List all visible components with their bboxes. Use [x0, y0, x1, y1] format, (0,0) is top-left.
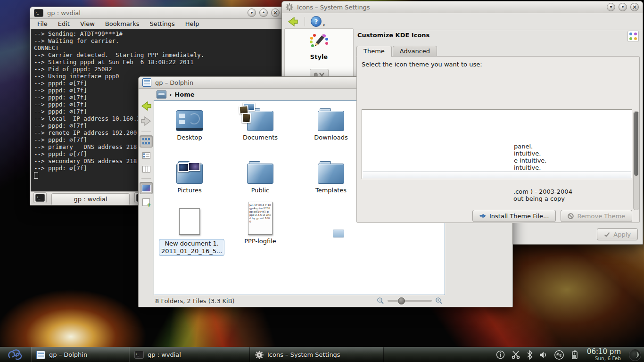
help-button[interactable] — [311, 16, 325, 27]
terminal-icon — [34, 9, 43, 17]
menu-help[interactable]: Help — [185, 20, 199, 27]
gear-icon — [255, 351, 264, 359]
settings-title: Icons – System Settings — [297, 4, 370, 11]
selected-theme-row[interactable] — [363, 171, 631, 178]
minimize-button[interactable] — [248, 8, 256, 17]
tab-advanced[interactable]: Advanced — [393, 46, 437, 57]
breadcrumb-home[interactable]: Home — [174, 91, 194, 98]
volume-icon[interactable] — [539, 351, 548, 359]
folder-item-desktop[interactable]: Desktop — [159, 105, 220, 141]
panel-cashew-icon[interactable] — [629, 349, 641, 361]
preview-toggle-button[interactable] — [140, 182, 153, 194]
menu-edit[interactable]: Edit — [58, 20, 70, 27]
columns-view-button[interactable] — [140, 164, 152, 175]
split-icon — [142, 198, 150, 206]
zoom-slider-handle[interactable] — [398, 297, 405, 304]
install-arrow-icon — [479, 213, 486, 219]
scrollbar[interactable] — [633, 111, 639, 210]
icons-view-button[interactable] — [140, 135, 153, 148]
toolbar-separator — [141, 178, 151, 179]
maximize-button[interactable] — [259, 8, 268, 17]
menu-settings[interactable]: Settings — [149, 20, 174, 27]
close-button[interactable] — [630, 3, 639, 11]
sidebar-item-style[interactable]: Style — [285, 29, 353, 60]
zoom-out-icon[interactable] — [377, 297, 384, 304]
terminal-title: gp : wvdial — [47, 9, 81, 16]
remove-icon — [568, 213, 574, 219]
dolphin-statusbar: 8 Folders, 2 Files (3.3 KiB) — [139, 295, 512, 306]
new-tab-button[interactable] — [33, 192, 47, 203]
remove-theme-button[interactable]: Remove Theme — [561, 210, 632, 222]
zoom-slider[interactable] — [388, 300, 432, 302]
home-folder-icon[interactable] — [157, 90, 166, 99]
menu-bookmarks[interactable]: Bookmarks — [105, 20, 140, 27]
clock-date: Sun, 6 Feb — [587, 356, 621, 361]
theme-description: .com ) - 2003-2004 out being a copy — [513, 189, 572, 202]
minimize-button[interactable] — [607, 3, 615, 11]
toolbar-separator — [305, 17, 305, 26]
forward-arrow-icon — [140, 115, 152, 127]
menu-view[interactable]: View — [80, 20, 95, 27]
columns-view-icon — [142, 166, 150, 173]
taskbar: gp – Dolphin gp : wvdial Icons – System … — [0, 347, 644, 362]
usb-device-icon[interactable] — [554, 350, 564, 360]
theme-tab-panel: Select the icon theme you want to use: p… — [356, 56, 640, 223]
close-button[interactable] — [271, 8, 280, 17]
file-item-ppp-logfile[interactable]: Jan 17 09:4 7:18 gp-Asp ire-5738 pp pd[1… — [230, 206, 291, 245]
folder-item-downloads[interactable]: Downloads — [300, 105, 362, 141]
theme-list-text: panel. intuitive. e intuitive. intuitive… — [514, 143, 546, 171]
terminal-tab[interactable]: gp : wvdial — [51, 193, 130, 205]
clipboard-scissors-icon[interactable] — [511, 350, 520, 359]
folder-item-public[interactable]: Public — [230, 157, 291, 194]
page-title: Customize KDE Icons — [357, 32, 640, 39]
scrollbar-thumb[interactable] — [634, 112, 638, 176]
application-launcher-button[interactable] — [0, 347, 31, 362]
task-button-dolphin[interactable]: gp – Dolphin — [31, 347, 129, 362]
icons-view-icon — [142, 138, 150, 145]
split-view-button[interactable] — [140, 197, 152, 208]
dolphin-side-toolbar — [139, 100, 154, 295]
back-button[interactable] — [140, 100, 152, 113]
terminal-titlebar[interactable]: gp : wvdial — [30, 7, 283, 19]
icon-theme-list[interactable]: panel. intuitive. e intuitive. intuitive… — [362, 109, 632, 179]
info-icon[interactable] — [496, 350, 505, 359]
toolbar-separator — [141, 132, 151, 132]
terminal-line: --> Carrier detected. Starting PPP immed… — [34, 51, 280, 58]
folder-item-templates[interactable]: Templates — [300, 157, 362, 194]
instruction-text: Select the icon theme you want to use: — [362, 61, 482, 68]
bluetooth-icon[interactable] — [527, 350, 533, 360]
terminal-line: --> Starting pppd at Sun Feb 6 18:08:22 … — [34, 58, 280, 66]
zoom-in-icon[interactable] — [435, 297, 443, 304]
breadcrumb-separator — [169, 91, 172, 98]
back-button[interactable] — [287, 16, 299, 27]
folder-item-documents[interactable]: Documents — [230, 105, 291, 141]
task-button-terminal[interactable]: gp : wvdial — [129, 347, 250, 362]
details-view-button[interactable] — [140, 150, 152, 161]
sidebar-item-label: Style — [285, 53, 353, 60]
apply-button[interactable]: Apply — [597, 228, 638, 240]
back-arrow-icon — [287, 16, 299, 27]
folder-icon — [318, 111, 344, 131]
task-button-system-settings[interactable]: Icons – System Settings — [250, 347, 384, 362]
clock[interactable]: 06:10 pm Sun, 6 Feb — [587, 348, 621, 361]
selected-file-label: New document 1. 2011_01_20_16_5... — [159, 239, 224, 256]
forward-button[interactable] — [140, 115, 152, 128]
text-file-preview-icon: Jan 17 09:4 7:18 gp-Asp ire-5738 pp pd[1… — [248, 202, 272, 235]
menu-file[interactable]: File — [37, 20, 48, 27]
drag-ghost-icon — [333, 230, 344, 238]
terminal-line: CONNECT — [34, 44, 280, 51]
settings-main: Customize KDE Icons Theme Advanced Selec… — [356, 28, 640, 244]
settings-toolbar — [282, 13, 643, 30]
dolphin-title: gp – Dolphin — [155, 79, 193, 86]
clock-time: 06:10 pm — [587, 348, 621, 356]
file-item-new-document[interactable]: New document 1. 2011_01_20_16_5... — [159, 206, 220, 256]
battery-icon[interactable] — [570, 350, 579, 360]
launcher-logo-icon — [6, 348, 25, 362]
install-theme-button[interactable]: Install Theme File... — [472, 210, 556, 222]
maximize-button[interactable] — [619, 3, 627, 11]
terminal-menubar: File Edit View Bookmarks Settings Help — [30, 19, 283, 29]
desktop-folder-icon — [176, 110, 203, 131]
tab-theme[interactable]: Theme — [356, 46, 392, 57]
settings-titlebar[interactable]: Icons – System Settings — [282, 1, 643, 13]
folder-item-pictures[interactable]: Pictures — [159, 157, 220, 194]
